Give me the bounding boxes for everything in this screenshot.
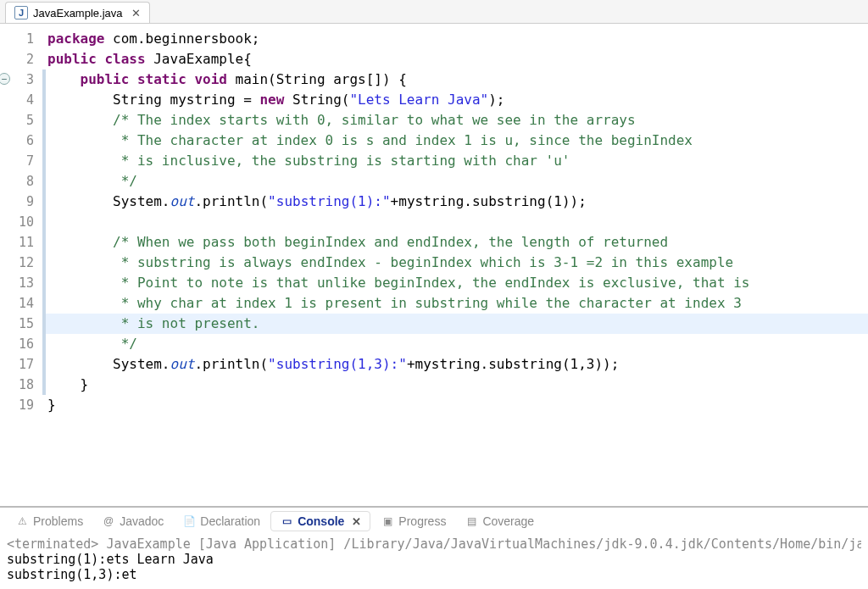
code-line[interactable]: * is not present.	[42, 314, 868, 334]
progress-icon: ▣	[381, 514, 394, 528]
view-tab-label: Console	[298, 514, 344, 528]
view-tab-console[interactable]: ▭Console✕	[270, 511, 370, 531]
view-tab-label: Progress	[398, 514, 446, 528]
code-line[interactable]: package com.beginnersbook;	[42, 29, 868, 49]
line-number: 13	[0, 273, 42, 293]
view-tab-label: Declaration	[200, 514, 260, 528]
editor-tab-bar: J JavaExample.java ✕	[0, 0, 868, 24]
coverage-icon: ▤	[465, 514, 478, 528]
code-line[interactable]: /* When we pass both beginIndex and endI…	[42, 232, 868, 253]
bottom-panel: ⚠Problems@Javadoc📄Declaration▭Console✕▣P…	[0, 506, 868, 589]
line-number: 18	[0, 375, 42, 395]
code-content[interactable]: package com.beginnersbook;public class J…	[42, 24, 868, 506]
line-number: 4	[0, 90, 42, 110]
code-editor[interactable]: 123−45678910111213141516171819 package c…	[0, 24, 868, 506]
line-number: 9	[0, 192, 42, 212]
line-number: 15	[0, 314, 42, 334]
line-number: 3−	[0, 69, 42, 90]
code-line[interactable]: * Point to note is that unlike beginInde…	[42, 273, 868, 293]
view-tab-coverage[interactable]: ▤Coverage	[456, 512, 542, 531]
change-marker	[42, 69, 46, 395]
line-number: 1	[0, 29, 42, 49]
code-line[interactable]: String mystring = new String("Lets Learn…	[42, 90, 868, 110]
view-tab-declaration[interactable]: 📄Declaration	[174, 512, 269, 531]
line-number: 7	[0, 151, 42, 171]
java-file-icon: J	[14, 6, 28, 19]
line-number: 17	[0, 354, 42, 375]
editor-tab-javaexample[interactable]: J JavaExample.java ✕	[5, 2, 150, 23]
close-icon[interactable]: ✕	[352, 515, 361, 528]
problems-icon: ⚠	[15, 514, 29, 528]
line-number-gutter: 123−45678910111213141516171819	[0, 24, 42, 506]
line-number: 2	[0, 49, 42, 69]
line-number: 10	[0, 212, 42, 232]
code-line[interactable]: * The character at index 0 is s and inde…	[42, 131, 868, 151]
javadoc-icon: @	[102, 514, 115, 528]
line-number: 14	[0, 293, 42, 314]
view-tab-label: Problems	[33, 514, 83, 528]
line-number: 12	[0, 253, 42, 273]
code-line[interactable]: /* The index starts with 0, similar to w…	[42, 110, 868, 131]
declaration-icon: 📄	[182, 514, 196, 528]
line-number: 19	[0, 395, 42, 415]
view-tab-label: Javadoc	[120, 514, 164, 528]
code-line[interactable]: */	[42, 334, 868, 354]
console-icon: ▭	[280, 514, 293, 528]
line-number: 8	[0, 171, 42, 192]
view-tab-problems[interactable]: ⚠Problems	[7, 512, 92, 531]
close-icon[interactable]: ✕	[131, 7, 141, 19]
console-line: substring(1):ets Learn Java	[7, 552, 861, 567]
code-line[interactable]: }	[42, 375, 868, 395]
code-line[interactable]	[42, 212, 868, 232]
code-line[interactable]: System.out.println("substring(1,3):"+mys…	[42, 354, 868, 375]
fold-minus-icon[interactable]: −	[0, 73, 10, 85]
code-line[interactable]: }	[42, 395, 868, 415]
code-line[interactable]: System.out.println("substring(1):"+mystr…	[42, 192, 868, 212]
line-number: 11	[0, 232, 42, 253]
code-line[interactable]: */	[42, 171, 868, 192]
line-number: 5	[0, 110, 42, 131]
view-tabs: ⚠Problems@Javadoc📄Declaration▭Console✕▣P…	[0, 508, 868, 535]
code-line[interactable]: public static void main(String args[]) {	[42, 69, 868, 90]
view-tab-progress[interactable]: ▣Progress	[372, 512, 454, 531]
code-line[interactable]: * substring is always endIndex - beginIn…	[42, 253, 868, 273]
console-area: <terminated> JavaExample [Java Applicati…	[0, 535, 868, 589]
code-line[interactable]: public class JavaExample{	[42, 49, 868, 69]
code-line[interactable]: * is inclusive, the substring is startin…	[42, 151, 868, 171]
code-line[interactable]: * why char at index 1 is present in subs…	[42, 293, 868, 314]
line-number: 6	[0, 131, 42, 151]
console-line: substring(1,3):et	[7, 567, 861, 582]
console-status: <terminated> JavaExample [Java Applicati…	[7, 536, 861, 552]
view-tab-label: Coverage	[482, 514, 534, 528]
line-number: 16	[0, 334, 42, 354]
editor-tab-label: JavaExample.java	[33, 7, 123, 19]
console-output: substring(1):ets Learn Javasubstring(1,3…	[7, 552, 861, 582]
view-tab-javadoc[interactable]: @Javadoc	[93, 512, 172, 531]
